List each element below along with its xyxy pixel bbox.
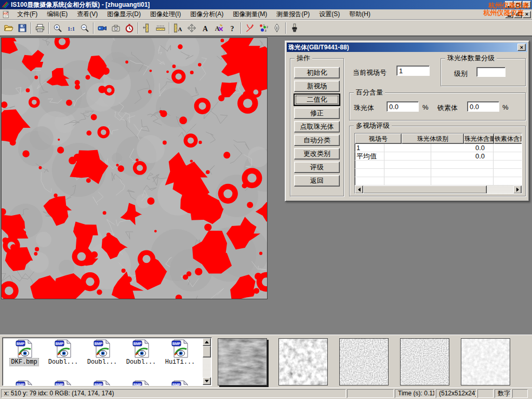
op-button[interactable]: 新视场 [294,81,340,92]
toolbar-button[interactable]: 123 [257,21,270,34]
pearlite-input[interactable] [387,101,419,112]
child-minimize-button[interactable] [505,11,513,18]
ferrite-input[interactable] [467,101,499,112]
thumbnail[interactable] [278,338,328,385]
op-button[interactable]: 二值化 [294,94,340,105]
dialog-title-bar[interactable]: 珠光体(GB/T9441-88) × [287,43,527,52]
minimize-button[interactable] [505,1,513,8]
child-close-button[interactable]: × [523,11,531,18]
scrollbar-thumb[interactable] [363,185,487,194]
menu-item[interactable]: 设置(S) [314,9,344,19]
menu-item[interactable]: 图像测量(M) [228,9,272,19]
table-column-header[interactable]: 铁素体含量(%) [494,134,522,144]
document-icon[interactable]: DOC [2,10,10,19]
op-button[interactable]: 初始化 [294,67,340,78]
toolbar-button[interactable] [243,21,257,34]
toolbar-button[interactable] [123,21,136,34]
current-field-input[interactable] [396,65,430,76]
file-item[interactable]: BMP [44,380,83,386]
menu-item[interactable]: 帮助(H) [344,9,375,19]
toolbar-button[interactable] [33,21,47,34]
toolbar-button[interactable] [185,21,198,34]
file-item[interactable]: BMP [5,380,44,386]
toolbar-button[interactable]: A [212,21,225,34]
thumbnail[interactable] [339,338,389,385]
scrollbar-track[interactable] [487,185,513,194]
svg-text:BMP: BMP [55,342,63,345]
maximize-icon [516,3,520,7]
scroll-left-button[interactable] [355,185,363,194]
file-item[interactable]: BMP [83,380,122,386]
thumbnail[interactable] [400,338,449,385]
toolbar-button [31,22,32,34]
thumbnail[interactable] [218,338,267,385]
svg-text:BMP: BMP [133,342,141,345]
timer-icon [124,23,135,33]
op-button[interactable]: 自动分类 [294,135,340,146]
toolbar-button[interactable] [2,21,16,34]
menu-item[interactable]: 图像显示(D) [102,9,145,19]
file-item[interactable]: BMP Doubl... [122,339,161,366]
mode-indicator: 数字 [495,389,511,398]
toolbar-button[interactable] [96,21,109,34]
table-row[interactable] [355,177,522,185]
table-column-header[interactable]: 视场号 [355,134,402,144]
child-restore-button[interactable] [514,11,522,18]
toolbar-button[interactable]: A [171,21,185,34]
bmp-file-icon: BMP [16,380,33,386]
menu-item[interactable]: 文件(F) [12,9,42,19]
table-row[interactable]: 平均值 0.0 [355,152,522,161]
menu-item[interactable]: 测量报告(P) [272,9,314,19]
table-hscrollbar[interactable] [355,185,522,194]
close-button[interactable]: × [523,1,531,8]
ferrite-label: 铁素体 [437,103,458,113]
file-item[interactable]: BMP DKF.bmp [5,339,44,366]
op-button[interactable]: 返回 [294,175,340,187]
toolbar-button[interactable]: 1:1 [64,21,78,34]
toolbar-button[interactable]: ? [225,21,239,34]
toolbar-button[interactable] [140,21,154,34]
menu-item[interactable]: 图像处理(I) [145,9,185,19]
op-button[interactable]: 更改类别 [294,148,340,159]
op-button[interactable]: 修正 [294,108,340,119]
table-row[interactable] [355,161,522,169]
thumbnail[interactable] [461,338,510,385]
file-item[interactable]: BMP [122,380,161,386]
file-item[interactable]: BMP HuiTi... [161,339,200,366]
toolbar-button[interactable] [288,21,301,34]
op-button[interactable]: 点取珠光体 [294,121,340,132]
toolbar-button[interactable] [51,21,64,34]
file-item[interactable]: BMP [161,380,200,386]
level-input[interactable] [476,67,506,77]
file-item[interactable]: BMP Doubl... [44,339,83,366]
toolbar-button [48,22,49,34]
menu-item[interactable]: 图像分析(A) [185,9,228,19]
scroll-right-button[interactable] [513,185,522,194]
file-item[interactable]: BMP Doubl... [83,339,122,366]
toolbar-button[interactable] [109,21,123,34]
restore-icon [516,14,520,16]
table-row[interactable]: 1 0.0 [355,144,522,152]
scrollbar-thumb[interactable] [203,346,211,357]
op-button[interactable]: 评级 [294,162,340,173]
menu-item[interactable]: 编辑(E) [42,9,72,19]
table-column-header[interactable]: 珠光体含量(%) [464,134,494,144]
bmp-file-icon: BMP [94,380,111,386]
table-row[interactable] [355,169,522,177]
toolbar-button[interactable] [78,21,91,34]
toolbar-button[interactable] [16,21,29,34]
dialog-close-button[interactable]: × [517,44,526,51]
toolbar-button[interactable] [154,21,167,34]
menu-item[interactable]: 查看(V) [72,9,102,19]
toolbar-button[interactable] [270,21,284,34]
file-list-scrollbar[interactable] [203,338,211,385]
toolbar-button[interactable]: A [198,21,212,34]
scroll-up-button[interactable] [203,338,211,346]
bmp-file-icon: BMP [55,339,72,358]
table-column-header[interactable]: 珠光体级别 [402,134,464,144]
scrollbar-track[interactable] [203,357,211,377]
metallographic-image[interactable] [1,37,268,299]
maximize-button[interactable] [514,1,522,8]
dialog-title: 珠光体(GB/T9441-88) [288,43,349,52]
scroll-down-button[interactable] [203,377,211,385]
